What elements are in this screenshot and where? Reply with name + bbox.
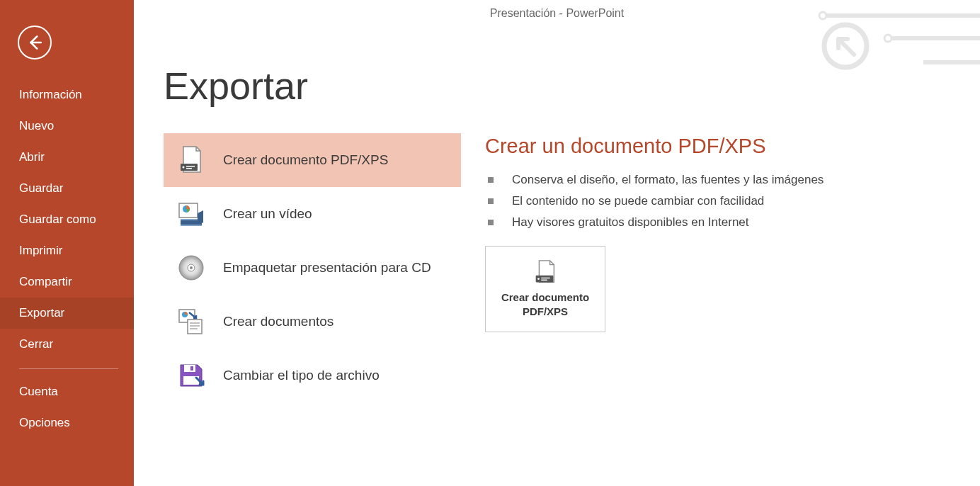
nav-divider [19,368,118,369]
detail-bullet: Hay visores gratuitos disponibles en Int… [485,212,966,233]
export-option-cd[interactable]: Empaquetar presentación para CD [164,241,461,295]
nav-list: Información Nuevo Abrir Guardar Guardar … [0,60,134,439]
export-option-label: Crear documentos [223,313,334,331]
export-option-change-file-type[interactable]: Cambiar el tipo de archivo [164,349,461,402]
svg-rect-31 [541,279,547,280]
export-option-pdf-xps[interactable]: Crear documento PDF/XPS [164,133,461,187]
page-title: Exportar [164,64,308,108]
detail-bullet: El contenido no se puede cambiar con fac… [485,191,966,212]
svg-point-18 [190,266,193,269]
nav-item-guardar-como[interactable]: Guardar como [0,204,134,235]
nav-item-cuenta[interactable]: Cuenta [0,376,134,407]
arrow-left-icon [25,33,44,52]
svg-rect-30 [541,277,549,278]
export-option-label: Empaquetar presentación para CD [223,259,431,277]
nav-item-abrir[interactable]: Abrir [0,142,134,173]
window-title: Presentación - PowerPoint [490,7,624,19]
decorative-lines-icon [817,7,980,78]
detail-pane: Crear un documento PDF/XPS Conserva el d… [485,135,966,332]
nav-item-nuevo[interactable]: Nuevo [0,111,134,142]
detail-bullet-list: Conserva el diseño, el formato, las fuen… [485,169,966,233]
create-pdf-xps-button[interactable]: Crear documento PDF/XPS [485,246,605,332]
pdf-document-icon [176,145,206,175]
video-icon [176,199,206,229]
nav-item-informacion[interactable]: Información [0,79,134,111]
export-option-handouts[interactable]: Crear documentos [164,295,461,349]
handouts-icon [176,307,206,337]
svg-point-3 [884,35,891,42]
export-option-label: Crear documento PDF/XPS [223,152,388,169]
nav-item-guardar[interactable]: Guardar [0,173,134,204]
svg-rect-26 [190,366,193,371]
nav-item-compartir[interactable]: Compartir [0,266,134,298]
export-option-video[interactable]: Crear un vídeo [164,187,461,241]
export-option-label: Crear un vídeo [223,205,312,223]
nav-item-imprimir[interactable]: Imprimir [0,235,134,266]
nav-item-cerrar[interactable]: Cerrar [0,329,134,360]
svg-rect-25 [184,365,195,372]
detail-bullet: Conserva el diseño, el formato, las fuen… [485,169,966,191]
svg-rect-21 [188,320,202,334]
export-options-list: Crear documento PDF/XPS Crear un vídeo [164,133,461,402]
svg-rect-15 [181,225,202,226]
nav-item-exportar[interactable]: Exportar [0,298,134,329]
cd-icon [176,253,206,283]
svg-point-1 [819,12,826,19]
svg-point-8 [183,166,185,169]
main-area: Presentación - PowerPoint Exportar [134,0,980,486]
save-as-icon [176,361,206,390]
action-button-label: Crear documento PDF/XPS [491,290,599,320]
export-option-label: Cambiar el tipo de archivo [223,367,380,385]
pdf-document-icon [531,259,559,285]
backstage-sidebar: Información Nuevo Abrir Guardar Guardar … [0,0,134,486]
svg-rect-9 [186,166,195,167]
back-button[interactable] [18,26,52,60]
svg-rect-10 [186,168,192,169]
nav-item-opciones[interactable]: Opciones [0,407,134,439]
svg-point-29 [537,278,540,280]
detail-heading: Crear un documento PDF/XPS [485,135,966,158]
